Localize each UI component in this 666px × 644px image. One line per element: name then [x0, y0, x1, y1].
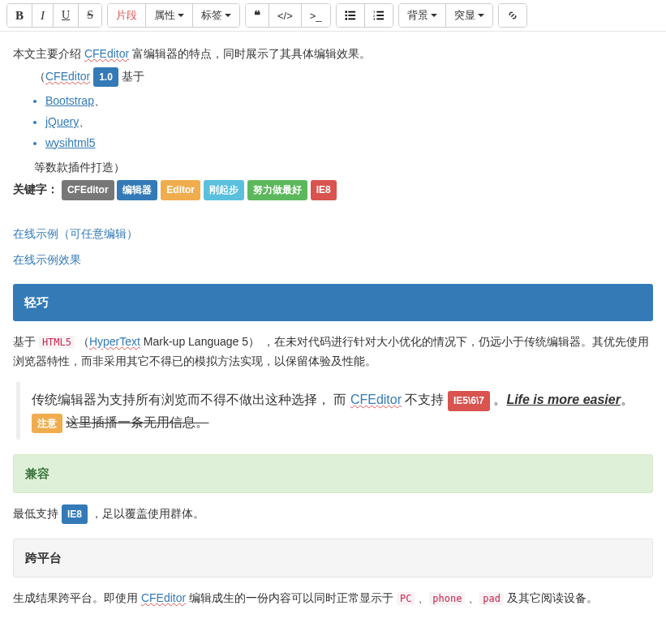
keyword-badge: CFEditor — [62, 180, 114, 200]
svg-point-2 — [345, 15, 347, 17]
svg-point-4 — [345, 18, 347, 20]
intro-line: 本文主要介绍 CFEditor 富编辑器的特点，同时展示了其具体编辑效果。 — [13, 45, 653, 64]
bootstrap-link[interactable]: Bootstrap — [45, 94, 94, 107]
background-button[interactable]: 背景 — [399, 4, 446, 27]
html5-code: HTML5 — [39, 336, 75, 349]
emphasis-text: Life is more easier — [506, 393, 621, 406]
keyword-badge: Editor — [161, 180, 200, 200]
cfeditor-link[interactable]: CFEditor — [45, 70, 90, 83]
list-ul-icon — [345, 10, 356, 21]
underline-button[interactable]: U — [54, 4, 79, 27]
keyword-badge: 刚起步 — [204, 180, 244, 200]
block-group: 片段 属性 标签 — [107, 3, 240, 28]
segment-button[interactable]: 片段 — [108, 4, 146, 27]
svg-rect-7 — [376, 11, 384, 13]
list-item: wysihtml5 — [45, 134, 653, 153]
pc-code: PC — [397, 592, 415, 605]
ordered-list-button[interactable]: 123 — [365, 4, 393, 27]
heading-crossplatform: 跨平台 — [13, 539, 653, 577]
library-list: Bootstrap、 jQuery、 wysihtml5 — [13, 92, 653, 152]
highlight-button[interactable]: 突显 — [446, 4, 492, 27]
editor-toolbar: B I U S 片段 属性 标签 ❝ </> >_ 123 背景 突显 — [0, 0, 666, 32]
svg-rect-11 — [376, 19, 384, 20]
keyword-badge: 努力做最好 — [247, 180, 307, 200]
svg-rect-3 — [348, 15, 355, 16]
crossplatform-paragraph: 生成结果跨平台。即使用 CFEditor 编辑成生的一份内容可以同时正常显示于 … — [13, 589, 653, 608]
jquery-link[interactable]: jQuery — [45, 115, 79, 128]
caret-icon — [431, 14, 437, 17]
version-badge: 1.0 — [93, 67, 118, 87]
wysihtml5-link[interactable]: wysihtml5 — [45, 136, 95, 149]
note-badge: 注意 — [32, 414, 62, 433]
strike-button[interactable]: S — [79, 4, 101, 27]
list-ol-icon: 123 — [373, 10, 385, 21]
unordered-list-button[interactable] — [337, 4, 365, 27]
hypertext-link[interactable]: HyperText — [89, 335, 140, 348]
cfeditor-link[interactable]: CFEditor — [84, 47, 129, 60]
attributes-button[interactable]: 属性 — [146, 4, 193, 27]
caret-icon — [225, 14, 231, 17]
link-icon — [507, 10, 518, 21]
svg-rect-1 — [348, 11, 355, 13]
intro-based: （CFEditor 1.0 基于 — [13, 67, 653, 87]
svg-point-0 — [345, 11, 347, 13]
list-item: jQuery、 — [45, 113, 653, 132]
svg-text:3: 3 — [373, 17, 376, 21]
pad-code: pad — [479, 592, 504, 605]
lightweight-paragraph: 基于 HTML5 （HyperText Mark-up Language 5） … — [13, 333, 653, 371]
italic-button[interactable]: I — [32, 4, 54, 27]
color-group: 背景 突显 — [398, 3, 493, 28]
cfeditor-link[interactable]: CFEditor — [350, 393, 402, 406]
ie567-badge: IE5\6\7 — [448, 391, 490, 410]
blockquote: 传统编辑器为支持所有浏览而不得不做出这种选择， 而 CFEditor 不支持 I… — [16, 382, 653, 440]
bold-button[interactable]: B — [7, 4, 32, 27]
heading-lightweight: 轻巧 — [13, 284, 653, 321]
keywords-line: 关键字： CFEditor 编辑器 Editor 刚起步 努力做最好 IE8 — [13, 180, 653, 200]
toc-demo-result-link[interactable]: 在线示例效果 — [13, 251, 653, 270]
link-group — [498, 3, 527, 28]
toc-demo-edit-link[interactable]: 在线示例（可任意编辑） — [13, 225, 653, 244]
svg-rect-5 — [348, 19, 355, 20]
intro-close: 等数款插件打造） — [13, 158, 653, 178]
svg-rect-9 — [376, 15, 384, 16]
ie8-badge: IE8 — [62, 504, 88, 524]
editor-content[interactable]: 本文主要介绍 CFEditor 富编辑器的特点，同时展示了其具体编辑效果。 （C… — [0, 32, 666, 620]
code-button[interactable]: </> — [269, 4, 302, 27]
list-item: Bootstrap、 — [45, 92, 653, 111]
caret-icon — [178, 14, 184, 17]
insert-group: ❝ </> >_ — [245, 3, 331, 28]
phone-code: phone — [429, 592, 465, 605]
tag-button[interactable]: 标签 — [193, 4, 239, 27]
link-button[interactable] — [499, 4, 526, 27]
keyword-badge: 编辑器 — [117, 180, 157, 200]
heading-compatible: 兼容 — [13, 454, 653, 493]
format-group: B I U S — [6, 3, 102, 28]
quote-button[interactable]: ❝ — [246, 4, 269, 27]
strike-text: 这里插播一条无用信息。 — [66, 415, 208, 429]
compatible-paragraph: 最低支持 IE8 ，足以覆盖使用群体。 — [13, 504, 653, 524]
terminal-button[interactable]: >_ — [302, 4, 330, 27]
keyword-badge: IE8 — [311, 180, 337, 200]
caret-icon — [478, 14, 484, 17]
cfeditor-link[interactable]: CFEditor — [141, 591, 186, 604]
list-group: 123 — [336, 3, 393, 28]
